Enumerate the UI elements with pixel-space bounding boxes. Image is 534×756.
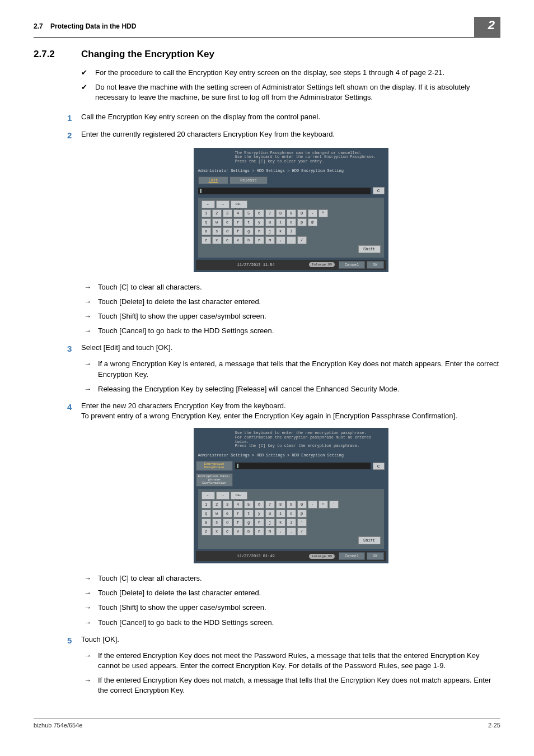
keyboard-key[interactable]: 9 [287,209,296,217]
keyboard-key[interactable]: v [233,528,243,535]
enlarge-toggle[interactable]: Enlarge ON [309,554,335,559]
keyboard-key[interactable]: 1 [202,501,211,508]
keyboard-key[interactable]: w [212,218,222,226]
keyboard-key[interactable]: c [223,236,232,244]
keyboard-key[interactable]: l [287,227,296,235]
keyboard-key[interactable]: @ [308,218,317,226]
ok-button[interactable]: OK [367,552,383,560]
keyboard-key[interactable]: j [265,227,275,235]
keyboard-key[interactable]: t [244,218,254,226]
keyboard-key[interactable]: - [308,501,317,508]
cancel-button[interactable]: Cancel [339,552,365,560]
keyboard-key[interactable]: t [244,510,254,517]
keyboard-key[interactable]: y [255,510,264,517]
keyboard-key[interactable]: a [202,519,211,526]
keyboard-key[interactable]: ` [329,501,339,508]
keyboard-key[interactable]: o [287,218,296,226]
clear-button[interactable]: C [373,187,385,194]
keyboard-key[interactable]: 9 [287,501,296,508]
keyboard-key[interactable]: . [287,528,296,535]
keyboard-key[interactable]: u [265,218,275,226]
keyboard-key[interactable]: u [265,510,275,517]
keyboard-key[interactable]: 3 [223,209,232,217]
keyboard-key[interactable]: f [233,227,243,235]
keyboard-key[interactable]: o [287,510,296,517]
keyboard-key[interactable]: h [255,227,264,235]
keyboard-key[interactable]: v [233,236,243,244]
keyboard-key[interactable]: n [255,528,264,535]
keyboard-key[interactable]: q [202,218,211,226]
delete-key[interactable]: De- lete [231,200,247,208]
keyboard-key[interactable]: k [276,519,285,526]
arrow-right-key[interactable]: → [216,200,229,208]
keyboard-key[interactable]: a [202,227,211,235]
keyboard-key[interactable]: 1 [202,209,211,217]
arrow-left-key[interactable]: ← [202,200,215,208]
shift-key[interactable]: Shift [358,536,381,544]
keyboard-key[interactable]: d [223,227,232,235]
ok-button[interactable]: OK [367,261,383,269]
keyboard-key[interactable]: ' [297,519,307,526]
keyboard-key[interactable]: n [255,236,264,244]
keyboard-key[interactable]: y [255,218,264,226]
keyboard-key[interactable]: 8 [276,209,285,217]
keyboard-key[interactable]: / [297,236,307,244]
keyboard-key[interactable]: 0 [297,209,307,217]
keyboard-key[interactable]: 6 [255,501,264,508]
tab-release[interactable]: Release [229,176,267,184]
keyboard-key[interactable]: d [223,519,232,526]
passphrase-input[interactable] [235,463,371,469]
clear-button[interactable]: C [373,463,385,470]
keyboard-key[interactable]: i [276,218,285,226]
keyboard-key[interactable]: j [265,519,275,526]
keyboard-key[interactable]: 0 [297,501,307,508]
keyboard-key[interactable]: x [212,528,222,535]
keyboard-key[interactable]: , [276,528,285,535]
keyboard-key[interactable]: 3 [223,501,232,508]
passphrase-confirm-label[interactable]: Encryption Pass- phrase Confirmation [196,473,233,487]
keyboard-key[interactable]: 5 [244,501,254,508]
keyboard-key[interactable]: l [287,519,296,526]
keyboard-key[interactable]: g [244,227,254,235]
keyboard-key[interactable]: 5 [244,209,254,217]
keyboard-key[interactable]: - [308,209,317,217]
keyboard-key[interactable]: p [297,510,307,517]
keyboard-key[interactable]: z [202,236,211,244]
keyboard-key[interactable]: . [287,236,296,244]
keyboard-key[interactable]: b [244,236,254,244]
keyboard-key[interactable]: r [233,510,243,517]
keyboard-key[interactable]: = [318,501,328,508]
keyboard-key[interactable]: b [244,528,254,535]
keyboard-key[interactable]: s [212,519,222,526]
keyboard-key[interactable]: e [223,218,232,226]
keyboard-key[interactable]: w [212,510,222,517]
keyboard-key[interactable]: r [233,218,243,226]
keyboard-key[interactable]: 4 [233,209,243,217]
cancel-button[interactable]: Cancel [339,261,365,269]
keyboard-key[interactable]: z [202,528,211,535]
passphrase-input[interactable] [198,188,371,194]
keyboard-key[interactable]: 2 [212,501,222,508]
keyboard-key[interactable]: m [265,236,275,244]
keyboard-key[interactable]: x [212,236,222,244]
keyboard-key[interactable]: h [255,519,264,526]
keyboard-key[interactable]: e [223,510,232,517]
keyboard-key[interactable]: 6 [255,209,264,217]
keyboard-key[interactable]: 8 [276,501,285,508]
keyboard-key[interactable]: 2 [212,209,222,217]
keyboard-key[interactable]: s [212,227,222,235]
keyboard-key[interactable]: m [265,528,275,535]
keyboard-key[interactable]: k [276,227,285,235]
keyboard-key[interactable]: p [297,218,307,226]
keyboard-key[interactable]: / [297,528,307,535]
keyboard-key[interactable]: f [233,519,243,526]
keyboard-key[interactable]: ^ [318,209,328,217]
arrow-right-key[interactable]: → [216,492,229,500]
arrow-left-key[interactable]: ← [202,492,215,500]
passphrase-label[interactable]: Encryption Passphrase [196,461,233,471]
keyboard-key[interactable]: q [202,510,211,517]
keyboard-key[interactable]: 4 [233,501,243,508]
keyboard-key[interactable]: , [276,236,285,244]
tab-edit[interactable]: Edit [198,176,229,184]
keyboard-key[interactable]: i [276,510,285,517]
